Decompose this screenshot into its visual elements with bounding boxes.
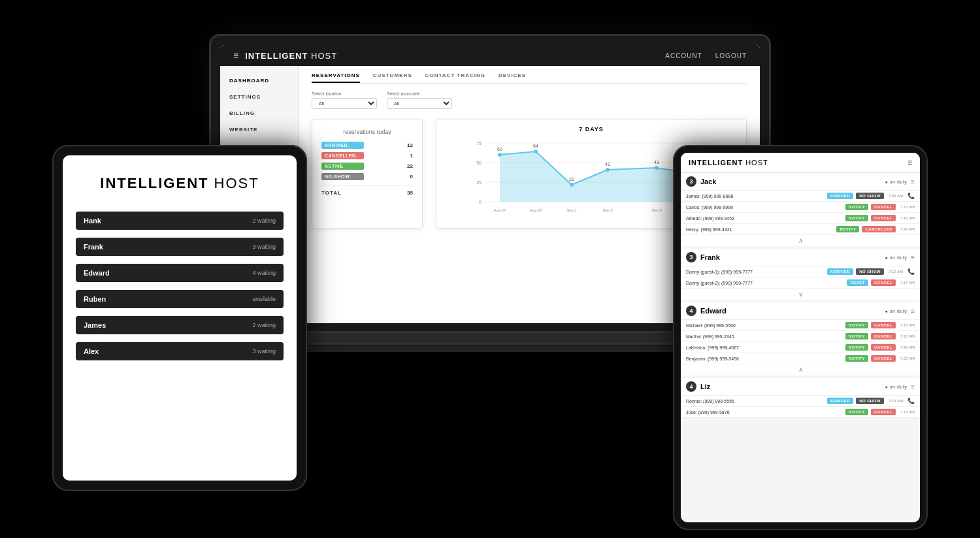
laptop-logo-wrap: ≡ INTELLIGENT HOST <box>233 50 337 61</box>
notify-btn[interactable]: NOTIFY <box>845 215 868 221</box>
notify-btn[interactable]: NOTIFY <box>845 322 868 328</box>
notify-btn[interactable]: NOTIFY <box>845 333 868 340</box>
phone-icon[interactable]: 📞 <box>907 268 915 275</box>
laptop-nav-right: ACCOUNT LOGOUT <box>665 52 747 59</box>
noshow-btn[interactable]: NO SHOW <box>856 398 884 404</box>
jack-name: Jack <box>700 178 881 185</box>
host-name: Alex <box>84 347 99 355</box>
rt-host-header-edward: 4 Edward ● on duty ≡ <box>681 302 920 320</box>
edward-expand-icon[interactable]: ≡ <box>911 308 915 315</box>
rt-host-header-liz: 4 Liz ● on duty ≡ <box>681 378 920 396</box>
rt-host-section-jack: 3 Jack ● on duty ≡ James: (999) 999-8888… <box>681 173 920 246</box>
cancelled-btn[interactable]: CANCELLED <box>862 226 896 232</box>
guest-name: Carlos: (999) 999-9999 <box>686 205 843 210</box>
account-link[interactable]: ACCOUNT <box>665 52 702 59</box>
host-status: 4 waiting <box>252 270 276 276</box>
rt-menu-icon[interactable]: ≡ <box>907 158 912 167</box>
cancel-btn[interactable]: CANCEL <box>871 322 896 328</box>
tab-customers[interactable]: CUSTOMERS <box>373 72 412 83</box>
guest-time: 7:15 AM <box>900 323 915 327</box>
guest-time: 7:20 AM <box>900 345 915 349</box>
table-row: Danny (guest-1): (999) 999-7777 ARRIVED … <box>681 266 920 277</box>
cancel-btn[interactable]: CANCEL <box>871 215 896 221</box>
rt-header: INTELLIGENT HOST ≡ <box>681 153 920 173</box>
cancelled-row: CANCELLED. 1 <box>321 152 413 159</box>
table-row: Alfredo: (999) 999-3452 NOTIFY CANCEL 7:… <box>681 213 920 224</box>
host-list: Hank 2 waiting Frank 3 waiting Edward 4 … <box>76 212 284 360</box>
notify-btn[interactable]: NOTIFY <box>845 355 868 362</box>
svg-text:43: 43 <box>654 160 659 165</box>
associate-filter: Select associate All <box>387 91 452 109</box>
list-item: Edward 4 waiting <box>76 264 284 282</box>
cancel-btn[interactable]: CANCEL <box>871 355 896 362</box>
guest-time: 7:21 AM <box>900 356 915 360</box>
table-row: Danny (guest-2): (999) 999-7777 RESET CA… <box>681 277 920 289</box>
cancel-btn[interactable]: CANCEL <box>871 409 896 415</box>
chart-point <box>606 168 610 172</box>
collapse-edward[interactable]: ∧ <box>681 364 920 375</box>
associate-select[interactable]: All <box>387 98 452 109</box>
notify-btn[interactable]: NOTIFY <box>845 409 868 415</box>
phone-icon[interactable]: 📞 <box>907 193 915 199</box>
tab-devices[interactable]: DEVICES <box>498 72 526 83</box>
table-row: Carlos: (999) 999-9999 NOTIFY CANCEL 7:1… <box>681 202 920 213</box>
arrived-value: 12 <box>407 142 413 148</box>
phone-icon[interactable]: 📞 <box>907 398 915 404</box>
notify-btn[interactable]: NOTIFY <box>845 204 868 210</box>
cancel-btn[interactable]: CANCEL <box>871 279 896 286</box>
tab-reservations[interactable]: RESERVATIONS <box>312 72 360 83</box>
guest-time: 7:12 AM <box>889 270 903 274</box>
svg-text:60: 60 <box>497 147 502 151</box>
edward-name: Edward <box>700 307 881 315</box>
guest-name: Benjamin: (999) 999-3456 <box>686 356 843 361</box>
cancelled-value: 1 <box>410 153 413 159</box>
tablet-right: INTELLIGENT HOST ≡ 3 Jack ● on duty ≡ Ja… <box>673 145 928 530</box>
liz-expand-icon[interactable]: ≡ <box>911 383 915 390</box>
associate-label: Select associate <box>387 91 452 96</box>
jack-expand-icon[interactable]: ≡ <box>911 178 915 185</box>
reset-btn[interactable]: RESET <box>847 279 868 286</box>
location-label: Select location <box>312 91 377 96</box>
arrived-btn[interactable]: ARRIVED <box>827 268 854 275</box>
noshow-value: 0 <box>410 174 413 180</box>
arrived-btn[interactable]: ARRIVED <box>827 193 854 199</box>
collapse-jack[interactable]: ∧ <box>681 235 920 246</box>
laptop-filters: Select location All Select associate All <box>312 91 747 109</box>
cancelled-label: CANCELLED. <box>321 152 364 159</box>
sidebar-item-dashboard[interactable]: DASHBOARD <box>220 72 298 89</box>
guest-time: 7:13 AM <box>900 410 915 414</box>
svg-text:Aug 28: Aug 28 <box>529 208 542 212</box>
cancel-btn[interactable]: CANCEL <box>871 204 896 210</box>
rt-content: 3 Jack ● on duty ≡ James: (999) 999-8888… <box>681 173 920 518</box>
noshow-btn[interactable]: NO SHOW <box>856 268 884 275</box>
arrived-btn[interactable]: ARRIVED <box>827 398 854 404</box>
total-label: TOTAL <box>321 190 342 196</box>
rt-host-section-frank: 3 Frank ● on duty ≡ Danny (guest-1): (99… <box>681 249 920 300</box>
frank-expand-icon[interactable]: ≡ <box>911 254 915 261</box>
sidebar-item-settings[interactable]: SETTINGS <box>220 89 298 105</box>
frank-num: 3 <box>686 252 696 262</box>
sidebar-item-website[interactable]: WEBSITE <box>220 121 298 138</box>
logout-link[interactable]: LOGOUT <box>715 52 747 59</box>
table-row: Ronnie: (999) 999-5555 ARRIVED NO SHOW 7… <box>681 396 920 407</box>
tab-contact-tracing[interactable]: CONTACT TRACING <box>425 72 485 83</box>
notify-btn[interactable]: NOTIFY <box>836 226 859 232</box>
cancel-btn[interactable]: CANCEL <box>871 333 896 340</box>
host-status: 2 waiting <box>252 217 276 224</box>
host-name: Hank <box>84 217 101 225</box>
notify-btn[interactable]: NOTIFY <box>845 344 868 351</box>
host-name: Frank <box>84 243 103 251</box>
laptop-tabs: RESERVATIONS CUSTOMERS CONTACT TRACING D… <box>312 72 747 84</box>
liz-duty: ● on duty <box>885 385 907 389</box>
location-select[interactable]: All <box>312 98 377 109</box>
hamburger-icon[interactable]: ≡ <box>233 50 238 61</box>
active-label: ACTIVE <box>321 163 364 170</box>
host-status: available <box>252 296 276 302</box>
collapse-frank[interactable]: ∨ <box>681 289 920 300</box>
list-item: Alex 3 waiting <box>76 342 284 360</box>
cancel-btn[interactable]: CANCEL <box>871 344 896 351</box>
laptop-logo: INTELLIGENT HOST <box>245 51 337 61</box>
frank-name: Frank <box>700 253 881 261</box>
sidebar-item-billing[interactable]: BILLING <box>220 105 298 121</box>
noshow-btn[interactable]: NO SHOW <box>856 193 884 199</box>
